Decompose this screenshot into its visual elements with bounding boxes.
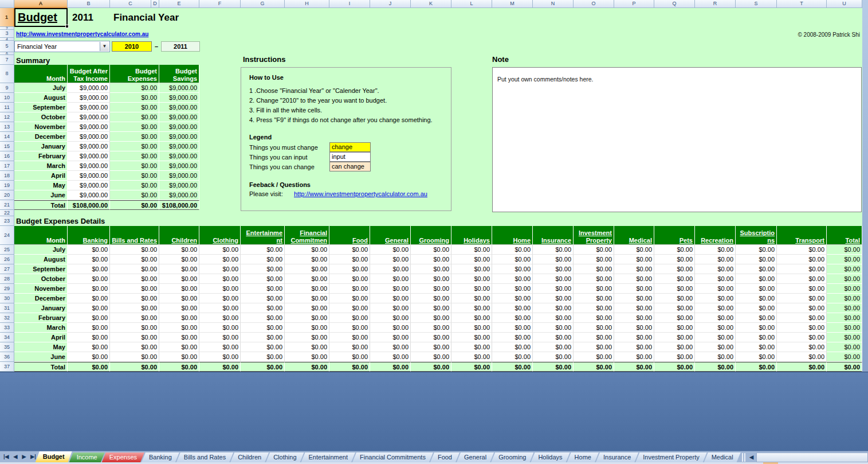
summary-income-cell[interactable]: $9,000.00 [68,122,110,132]
expense-value-cell[interactable]: $0.00 [777,264,827,274]
expense-value-cell[interactable]: $0.00 [411,323,451,333]
expense-value-cell[interactable]: $0.00 [199,264,241,274]
row-header-12[interactable]: 12 [0,112,14,122]
summary-savings-cell[interactable]: $9,000.00 [159,181,199,190]
summary-savings-cell[interactable]: $9,000.00 [159,151,199,161]
expense-value-cell[interactable]: $0.00 [110,294,159,303]
expense-value-cell[interactable]: $0.00 [329,284,370,294]
expense-value-cell[interactable]: $0.00 [285,303,329,313]
expense-value-cell[interactable]: $0.00 [285,352,329,362]
expenses-month-cell[interactable]: July [14,245,68,255]
expenses-total-cell[interactable]: $0.00 [574,362,614,372]
scroll-left-icon[interactable]: ◀ [747,453,756,462]
sheet-tab-income[interactable]: Income [69,453,105,462]
expense-value-cell[interactable]: $0.00 [411,333,451,342]
expense-value-cell[interactable]: $0.00 [614,323,654,333]
sheet-tab-entertainment[interactable]: Entertainment [301,453,355,462]
sheet-tab-medical[interactable]: Medical [704,453,741,462]
expenses-month-cell[interactable]: March [14,323,68,333]
summary-savings-cell[interactable]: $9,000.00 [159,190,199,200]
expense-value-cell[interactable]: $0.00 [241,245,285,255]
expense-value-cell[interactable]: $0.00 [492,274,533,284]
expense-value-cell[interactable]: $0.00 [411,303,451,313]
row-header-37[interactable]: 37 [0,362,14,372]
summary-savings-cell[interactable]: $9,000.00 [159,161,199,171]
fill-handle[interactable] [65,25,69,28]
expense-value-cell[interactable]: $0.00 [451,352,492,362]
summary-expenses-cell[interactable]: $0.00 [110,83,159,93]
column-header-B[interactable]: B [68,0,110,8]
expense-value-cell[interactable]: $0.00 [285,274,329,284]
expenses-header-link[interactable]: Medical [614,226,654,245]
expense-value-cell[interactable]: $0.00 [159,245,199,255]
expense-value-cell[interactable]: $0.00 [777,294,827,303]
summary-month-cell[interactable]: April [14,171,68,181]
expenses-total-cell[interactable]: $0.00 [159,362,199,372]
expenses-header-link[interactable]: Recreation [695,226,736,245]
summary-expenses-cell[interactable]: $0.00 [110,151,159,161]
expenses-month-cell[interactable]: April [14,333,68,342]
expense-value-cell[interactable]: $0.00 [411,255,451,264]
expense-value-cell[interactable]: $0.00 [329,255,370,264]
summary-income-cell[interactable]: $9,000.00 [68,161,110,171]
expenses-rowtotal-cell[interactable]: $0.00 [827,342,862,352]
column-header-K[interactable]: K [411,0,451,8]
tab-next-icon[interactable]: ▶ [22,454,26,459]
expense-value-cell[interactable]: $0.00 [68,264,110,274]
expenses-header-link[interactable]: General [370,226,411,245]
expense-value-cell[interactable]: $0.00 [110,323,159,333]
expense-value-cell[interactable]: $0.00 [614,352,654,362]
row-header-26[interactable]: 26 [0,255,14,264]
summary-income-cell[interactable]: $9,000.00 [68,132,110,142]
expense-value-cell[interactable]: $0.00 [574,313,614,323]
expense-value-cell[interactable]: $0.00 [695,333,736,342]
feedback-link[interactable]: http://www.investmentpropertycalculator.… [294,190,427,197]
expense-value-cell[interactable]: $0.00 [533,342,574,352]
expenses-header-link[interactable]: Home [492,226,533,245]
expense-value-cell[interactable]: $0.00 [241,284,285,294]
expense-value-cell[interactable]: $0.00 [451,264,492,274]
summary-expenses-cell[interactable]: $0.00 [110,161,159,171]
expense-value-cell[interactable]: $0.00 [736,323,777,333]
column-header-A[interactable]: A [14,0,68,8]
expense-value-cell[interactable]: $0.00 [492,313,533,323]
expense-value-cell[interactable]: $0.00 [411,352,451,362]
expenses-header-link[interactable]: Transport [777,226,827,245]
expenses-header-link[interactable]: Entertainment [241,226,285,245]
expense-value-cell[interactable]: $0.00 [695,284,736,294]
expense-value-cell[interactable]: $0.00 [695,294,736,303]
expenses-total-cell[interactable]: $0.00 [695,362,736,372]
column-header-M[interactable]: M [492,0,533,8]
summary-expenses-cell[interactable]: $0.00 [110,190,159,200]
expense-value-cell[interactable]: $0.00 [329,352,370,362]
summary-savings-cell[interactable]: $9,000.00 [159,103,199,112]
summary-month-cell[interactable]: July [14,83,68,93]
expense-value-cell[interactable]: $0.00 [614,245,654,255]
expenses-rowtotal-cell[interactable]: $0.00 [827,245,862,255]
row-header-29[interactable]: 29 [0,284,14,294]
expense-value-cell[interactable]: $0.00 [451,313,492,323]
select-all-corner[interactable] [0,0,14,8]
tab-first-icon[interactable]: |◀ [3,454,9,459]
summary-expenses-cell[interactable]: $0.00 [110,171,159,181]
expenses-header-link[interactable]: Investment Property [574,226,614,245]
row-header-28[interactable]: 28 [0,274,14,284]
expense-value-cell[interactable]: $0.00 [241,313,285,323]
expense-value-cell[interactable]: $0.00 [777,284,827,294]
expense-value-cell[interactable]: $0.00 [159,342,199,352]
expense-value-cell[interactable]: $0.00 [199,284,241,294]
expense-value-cell[interactable]: $0.00 [411,342,451,352]
expense-value-cell[interactable]: $0.00 [68,303,110,313]
expense-value-cell[interactable]: $0.00 [411,284,451,294]
chevron-down-icon[interactable]: ▼ [100,42,109,51]
row-header-8[interactable]: 8 [0,65,14,83]
expenses-header-total[interactable]: Total [827,226,862,245]
year-from-cell[interactable]: 2010 [112,41,152,52]
expenses-total-cell[interactable]: $0.00 [329,362,370,372]
sheet-tab-expenses[interactable]: Expenses [102,453,144,462]
expense-value-cell[interactable]: $0.00 [574,294,614,303]
expense-value-cell[interactable]: $0.00 [614,313,654,323]
expense-value-cell[interactable]: $0.00 [654,333,695,342]
summary-income-cell[interactable]: $9,000.00 [68,142,110,151]
summary-month-cell[interactable]: January [14,142,68,151]
